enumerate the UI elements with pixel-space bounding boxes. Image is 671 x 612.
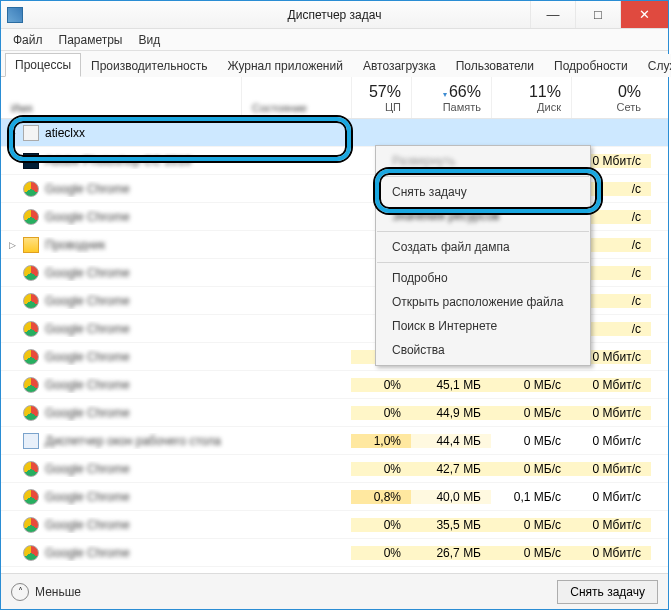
col-memory[interactable]: ▾66% Память: [411, 77, 491, 118]
chrome-icon: [23, 461, 39, 477]
window-controls: — □ ✕: [530, 1, 668, 28]
net-percent: 0%: [618, 83, 641, 101]
close-button[interactable]: ✕: [620, 1, 668, 28]
table-row[interactable]: Google Chrome0%45,1 МБ0 МБ/с0 Мбит/с: [1, 371, 668, 399]
cell-net: 0 Мбит/с: [571, 518, 651, 532]
process-name: atieclxx: [45, 126, 85, 140]
table-row[interactable]: Google Chrome0%26,7 МБ0 МБ/с0 Мбит/с: [1, 539, 668, 567]
cell-cpu: 1,0%: [351, 434, 411, 448]
process-name: Google Chrome: [45, 182, 130, 196]
cell-cpu: 0,8%: [351, 490, 411, 504]
ctx-end-task[interactable]: Снять задачу: [376, 180, 590, 204]
chrome-icon: [23, 405, 39, 421]
cell-mem: 45,1 МБ: [411, 378, 491, 392]
cell-mem: 44,4 МБ: [411, 434, 491, 448]
ctx-details[interactable]: Подробно: [376, 266, 590, 290]
process-name: Google Chrome: [45, 518, 130, 532]
tab-processes[interactable]: Процессы: [5, 53, 81, 77]
titlebar[interactable]: Диспетчер задач — □ ✕: [1, 1, 668, 29]
chrome-icon: [23, 489, 39, 505]
generic-icon: [23, 125, 39, 141]
disk-percent: 11%: [529, 83, 561, 101]
chrome-icon: [23, 321, 39, 337]
tab-services[interactable]: Службы: [638, 54, 671, 77]
table-row[interactable]: Google Chrome0%35,5 МБ0 МБ/с0 Мбит/с: [1, 511, 668, 539]
ctx-create-dump[interactable]: Создать файл дампа: [376, 235, 590, 259]
ctx-expand: Развернуть: [376, 149, 590, 173]
process-name: Google Chrome: [45, 266, 130, 280]
process-name: Google Chrome: [45, 406, 130, 420]
process-name: Adobe Photoshop CC 2018: [45, 154, 191, 168]
statusbar: ˄ Меньше Снять задачу: [1, 573, 668, 609]
cell-disk: 0 МБ/с: [491, 518, 571, 532]
chrome-icon: [23, 181, 39, 197]
col-status[interactable]: Состояние: [241, 77, 351, 118]
end-task-button[interactable]: Снять задачу: [557, 580, 658, 604]
cell-net: 0 Мбит/с: [571, 406, 651, 420]
tab-users[interactable]: Пользователи: [446, 54, 544, 77]
tab-app-history[interactable]: Журнал приложений: [218, 54, 353, 77]
process-name: Google Chrome: [45, 210, 130, 224]
tabstrip: Процессы Производительность Журнал прило…: [1, 51, 668, 77]
fewer-details-button[interactable]: ˄ Меньше: [11, 583, 81, 601]
explorer-icon: [23, 237, 39, 253]
col-cpu[interactable]: 57% ЦП: [351, 77, 411, 118]
maximize-button[interactable]: □: [575, 1, 620, 28]
cell-net: 0 Мбит/с: [571, 462, 651, 476]
tab-details[interactable]: Подробности: [544, 54, 638, 77]
cell-cpu: 0%: [351, 462, 411, 476]
chrome-icon: [23, 265, 39, 281]
process-name: Google Chrome: [45, 462, 130, 476]
cell-cpu: 0%: [351, 406, 411, 420]
menu-view[interactable]: Вид: [130, 31, 168, 49]
process-name: Google Chrome: [45, 490, 130, 504]
process-name: Google Chrome: [45, 378, 130, 392]
chrome-icon: [23, 293, 39, 309]
cell-disk: 0,1 МБ/с: [491, 490, 571, 504]
col-name[interactable]: Имя: [1, 77, 241, 118]
table-row[interactable]: ▷atieclxx: [1, 119, 668, 147]
menu-file[interactable]: Файл: [5, 31, 51, 49]
grid-header: Имя Состояние 57% ЦП ▾66% Память 11% Дис…: [1, 77, 668, 119]
cell-disk: 0 МБ/с: [491, 434, 571, 448]
col-disk[interactable]: 11% Диск: [491, 77, 571, 118]
process-name: Google Chrome: [45, 294, 130, 308]
ctx-resource-values[interactable]: Значения ресурсов: [376, 204, 590, 228]
expand-icon[interactable]: ▷: [7, 128, 17, 138]
cell-net: 0 Мбит/с: [571, 490, 651, 504]
mem-percent: 66%: [449, 83, 481, 100]
cell-net: 0 Мбит/с: [571, 378, 651, 392]
cell-cpu: 0%: [351, 518, 411, 532]
table-row[interactable]: Google Chrome0%44,9 МБ0 МБ/с0 Мбит/с: [1, 399, 668, 427]
expand-icon[interactable]: ▷: [7, 240, 17, 250]
chrome-icon: [23, 517, 39, 533]
col-network[interactable]: 0% Сеть: [571, 77, 651, 118]
ctx-separator: [377, 231, 589, 232]
sort-indicator-icon: ▾: [443, 90, 447, 99]
minimize-button[interactable]: —: [530, 1, 575, 28]
context-menu: Развернуть Снять задачу Значения ресурсо…: [375, 145, 591, 366]
chevron-up-icon: ˄: [11, 583, 29, 601]
cell-disk: 0 МБ/с: [491, 462, 571, 476]
window-title: Диспетчер задач: [288, 8, 382, 22]
ctx-search-online[interactable]: Поиск в Интернете: [376, 314, 590, 338]
ctx-open-location[interactable]: Открыть расположение файла: [376, 290, 590, 314]
app-icon: [7, 7, 23, 23]
tab-startup[interactable]: Автозагрузка: [353, 54, 446, 77]
process-name: Google Chrome: [45, 350, 130, 364]
cell-disk: 0 МБ/с: [491, 546, 571, 560]
chrome-icon: [23, 377, 39, 393]
ps-icon: [23, 153, 39, 169]
menu-options[interactable]: Параметры: [51, 31, 131, 49]
table-row[interactable]: Google Chrome0%42,7 МБ0 МБ/с0 Мбит/с: [1, 455, 668, 483]
cell-disk: 0 МБ/с: [491, 378, 571, 392]
cell-mem: 26,7 МБ: [411, 546, 491, 560]
tab-performance[interactable]: Производительность: [81, 54, 217, 77]
table-row[interactable]: Диспетчер окон рабочего стола1,0%44,4 МБ…: [1, 427, 668, 455]
cell-mem: 40,0 МБ: [411, 490, 491, 504]
ctx-properties[interactable]: Свойства: [376, 338, 590, 362]
process-name: Google Chrome: [45, 546, 130, 560]
process-name: Проводник: [45, 238, 105, 252]
chrome-icon: [23, 545, 39, 561]
table-row[interactable]: Google Chrome0,8%40,0 МБ0,1 МБ/с0 Мбит/с: [1, 483, 668, 511]
